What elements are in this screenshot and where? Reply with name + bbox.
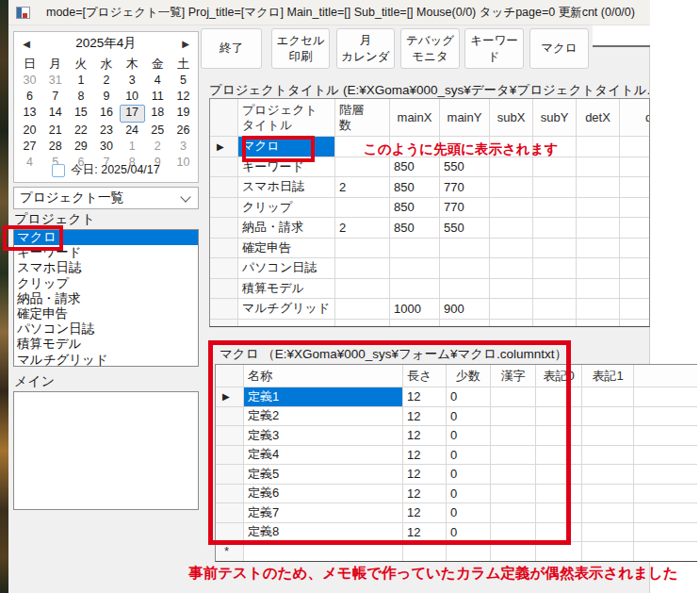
table-cell[interactable] (577, 239, 620, 259)
table-cell[interactable] (533, 239, 577, 259)
column-header[interactable]: 階層 数 (335, 99, 390, 137)
table-cell[interactable] (582, 465, 634, 485)
table-cell[interactable] (620, 299, 650, 320)
table-cell[interactable] (533, 177, 577, 198)
table-cell[interactable]: 2 (335, 218, 390, 239)
calendar-day[interactable]: 10 (120, 89, 145, 105)
table-cell[interactable] (577, 157, 620, 178)
table-cell[interactable] (390, 258, 440, 279)
table-cell[interactable]: パソコン日誌 (238, 258, 335, 279)
table-cell[interactable] (533, 279, 577, 300)
table-cell[interactable] (244, 542, 403, 562)
table-cell[interactable] (533, 299, 577, 320)
toolbar-button-excel-print[interactable]: エクセル 印刷 (271, 28, 330, 69)
table-cell[interactable] (634, 523, 697, 543)
toolbar-button-exit[interactable]: 終了 (201, 28, 262, 69)
table-cell[interactable]: 納品・請求 (238, 218, 335, 239)
table-cell[interactable] (620, 279, 650, 300)
row-selector[interactable] (210, 299, 238, 320)
calendar-day[interactable]: 16 (93, 105, 119, 121)
table-cell[interactable] (490, 239, 533, 259)
table-cell[interactable] (490, 299, 533, 320)
project-list-item[interactable]: 確定申告 (14, 306, 198, 321)
table-cell[interactable] (577, 279, 620, 300)
row-selector[interactable]: ▶ (210, 137, 238, 157)
table-cell[interactable] (390, 239, 440, 259)
calendar-day[interactable]: 2 (145, 139, 171, 155)
project-list-item[interactable]: 積算モデル (14, 337, 198, 352)
table-cell[interactable] (620, 239, 650, 259)
row-selector[interactable] (210, 198, 238, 219)
table-cell[interactable] (536, 542, 582, 562)
table-cell[interactable]: マルチグリッド (238, 299, 335, 320)
window-titlebar[interactable]: mode=[プロジェクト一覧] Proj_title=[マクロ] Main_ti… (8, 0, 650, 25)
main-listbox[interactable] (13, 391, 199, 510)
table-cell[interactable]: 770 (440, 177, 490, 198)
calendar-day[interactable]: 29 (68, 139, 93, 155)
table-cell[interactable] (582, 523, 634, 543)
calendar-day[interactable]: 30 (93, 139, 119, 155)
table-cell[interactable] (634, 426, 697, 446)
table-cell[interactable] (577, 137, 620, 157)
column-header[interactable]: mainY (440, 99, 490, 137)
project-list-item[interactable]: スマホ日誌 (14, 260, 198, 275)
table-cell[interactable] (582, 542, 634, 562)
table-cell[interactable] (634, 542, 697, 562)
column-header[interactable]: mainX (390, 99, 440, 137)
row-selector[interactable] (210, 258, 238, 279)
table-cell[interactable] (440, 239, 490, 259)
table-cell[interactable]: クリップ (238, 198, 335, 219)
table-cell[interactable] (620, 218, 650, 239)
table-cell[interactable]: 550 (440, 218, 490, 239)
table-cell[interactable] (577, 299, 620, 320)
today-checkbox[interactable] (52, 164, 65, 177)
calendar-day[interactable]: 1 (68, 73, 93, 89)
table-cell[interactable] (620, 198, 650, 219)
project-view-combobox[interactable]: プロジェクト一覧 (13, 187, 199, 209)
table-cell[interactable]: 850 (390, 157, 440, 178)
table-cell[interactable] (577, 258, 620, 279)
calendar-day[interactable]: 7 (42, 89, 68, 105)
table-cell[interactable]: 850 (390, 177, 440, 198)
new-row-selector[interactable]: * (216, 542, 244, 562)
calendar-day[interactable]: 3 (171, 139, 196, 155)
project-list-item[interactable]: 納品・請求 (14, 291, 198, 306)
row-selector[interactable] (210, 279, 238, 300)
table-cell[interactable] (634, 485, 697, 504)
table-cell[interactable]: 900 (440, 299, 490, 320)
row-selector[interactable] (210, 239, 238, 259)
column-header[interactable]: subX (490, 99, 533, 137)
column-header[interactable] (634, 365, 697, 387)
calendar-day[interactable]: 13 (17, 105, 42, 121)
column-header[interactable]: d (620, 99, 650, 137)
table-cell[interactable] (634, 387, 697, 407)
calendar-day[interactable]: 30 (17, 73, 42, 89)
table-cell[interactable] (577, 177, 620, 198)
table-cell[interactable]: 550 (440, 157, 490, 178)
table-cell[interactable] (533, 218, 577, 239)
table-cell[interactable] (634, 407, 697, 427)
table-cell[interactable] (634, 503, 697, 523)
calendar-day[interactable]: 9 (93, 89, 119, 105)
table-cell[interactable] (490, 198, 533, 219)
table-cell[interactable] (390, 279, 440, 300)
prev-month-button[interactable]: ◀ (14, 39, 39, 49)
table-cell[interactable] (490, 279, 533, 300)
toolbar-button-macro[interactable]: マクロ (529, 28, 589, 69)
calendar-day[interactable]: 2 (93, 73, 119, 89)
column-header[interactable]: subY (533, 99, 577, 137)
calendar-day[interactable]: 11 (145, 89, 171, 105)
calendar-day[interactable]: 21 (42, 123, 68, 139)
table-cell[interactable] (533, 198, 577, 219)
table-cell[interactable]: 1000 (390, 299, 440, 320)
table-cell[interactable] (533, 258, 577, 279)
row-selector[interactable] (210, 157, 238, 178)
calendar-day[interactable]: 22 (68, 123, 93, 139)
column-header[interactable]: detX (577, 99, 620, 137)
table-cell[interactable]: 確定申告 (238, 239, 335, 259)
row-selector[interactable] (210, 218, 238, 239)
table-cell[interactable] (577, 218, 620, 239)
table-cell[interactable] (440, 258, 490, 279)
table-cell[interactable] (620, 137, 650, 157)
table-cell[interactable] (490, 157, 533, 178)
